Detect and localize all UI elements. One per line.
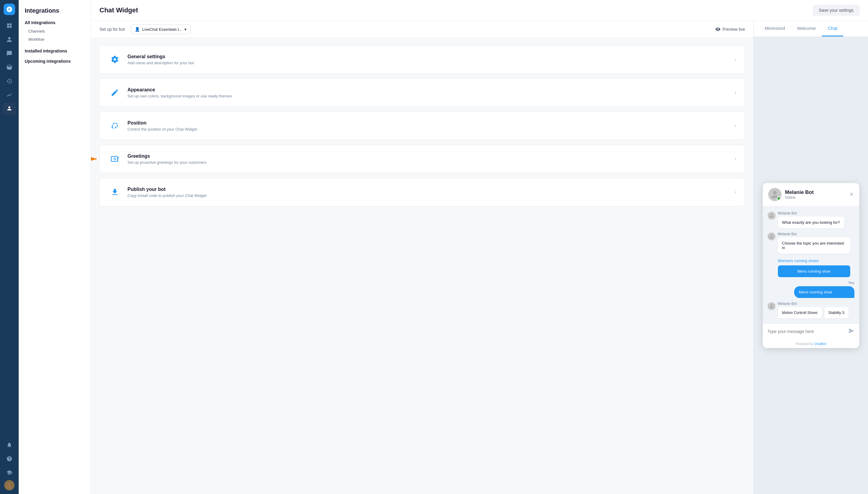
publish-chevron: › <box>735 189 736 195</box>
appearance-chevron: › <box>735 90 736 95</box>
chat-input-bar <box>763 323 859 340</box>
bot-message-1-row: Melanie Bot What exactly are you looking… <box>768 211 854 228</box>
setup-bar: Set up for bot 👤 LiveChat Essentials t..… <box>91 21 753 38</box>
sidebar: Integrations All Integrations Channels W… <box>19 0 91 494</box>
appearance-desc: Set up own colors, background images or … <box>127 94 232 98</box>
bot-message-1-content: Melanie Bot What exactly are you looking… <box>778 211 844 228</box>
bot-msg-sender-2: Melanie Bot <box>778 232 850 236</box>
bot-name: LiveChat Essentials t... <box>142 27 182 32</box>
preview-label: Preview live <box>723 27 745 32</box>
appearance-info: Appearance Set up own colors, background… <box>127 87 232 98</box>
preview-live-button[interactable]: Preview live <box>715 26 745 32</box>
bot-msg-sender-1: Melanie Bot <box>778 211 844 215</box>
greetings-title: Greetings <box>127 153 206 159</box>
nav-help-icon[interactable] <box>3 452 16 465</box>
nav-database-icon[interactable] <box>3 61 16 74</box>
position-desc: Control the position of your Chat Widget <box>127 127 197 132</box>
position-title: Position <box>127 120 197 126</box>
position-card[interactable]: Position Control the position of your Ch… <box>99 112 745 140</box>
general-settings-desc: Add name and description for your bot <box>127 61 194 65</box>
publish-card-left: Publish your bot Copy install code to pu… <box>108 186 206 199</box>
bot-display-name: Melanie Bot <box>785 189 814 195</box>
general-settings-card[interactable]: General settings Add name and descriptio… <box>99 45 745 74</box>
option-womens-shoes[interactable]: Womens running shoes <box>778 256 850 265</box>
greetings-card[interactable]: Greetings Set up proactive greetings for… <box>99 145 745 173</box>
chat-close-button[interactable]: ✕ <box>849 191 854 198</box>
greetings-wrapper: Greetings Set up proactive greetings for… <box>99 145 745 173</box>
sidebar-item-channels[interactable]: Channels <box>25 27 85 35</box>
send-button[interactable] <box>848 328 854 335</box>
bot-msg-avatar-3 <box>768 302 775 310</box>
nav-dashboard-icon[interactable] <box>3 19 16 32</box>
bot-options: Womens running shoes Mens running shoe <box>778 256 850 277</box>
publish-card[interactable]: Publish your bot Copy install code to pu… <box>99 178 745 206</box>
bot-selector[interactable]: 👤 LiveChat Essentials t... ▾ <box>131 24 191 34</box>
tab-chat[interactable]: Chat <box>822 21 844 37</box>
nav-integrations-icon[interactable] <box>3 102 16 115</box>
sidebar-all-integrations-label[interactable]: All Integrations <box>25 20 85 25</box>
sidebar-upcoming-section: Upcoming integrations <box>25 59 85 64</box>
dropdown-icon: ▾ <box>184 27 186 32</box>
sidebar-title: Integrations <box>25 7 85 14</box>
chat-preview-area: Melanie Bot Online ✕ <box>754 37 868 494</box>
sidebar-installed-label[interactable]: Installed integrations <box>25 49 85 53</box>
content-area: Set up for bot 👤 LiveChat Essentials t..… <box>91 21 868 494</box>
greetings-chevron: › <box>735 156 736 162</box>
nav-education-icon[interactable] <box>3 466 16 479</box>
chat-body: Melanie Bot What exactly are you looking… <box>763 206 859 323</box>
sidebar-upcoming-label[interactable]: Upcoming integrations <box>25 59 85 64</box>
greetings-info: Greetings Set up proactive greetings for… <box>127 153 206 165</box>
tab-welcome[interactable]: Welcome <box>791 21 822 37</box>
position-info: Position Control the position of your Ch… <box>127 120 197 132</box>
bot-message-2-row: Melanie Bot Choose the topic you are int… <box>768 232 854 277</box>
greetings-desc: Set up proactive greetings for your cust… <box>127 160 206 165</box>
nav-analytics-icon[interactable] <box>3 89 16 101</box>
publish-info: Publish your bot Copy install code to pu… <box>127 187 206 198</box>
chat-widget: Melanie Bot Online ✕ <box>763 183 859 348</box>
position-card-left: Position Control the position of your Ch… <box>108 119 197 132</box>
nav-chat-icon[interactable] <box>3 47 16 60</box>
publish-icon <box>108 186 121 199</box>
main-content: Chat Widget Save your settings Set up fo… <box>91 0 868 494</box>
general-settings-title: General settings <box>127 54 194 59</box>
greetings-card-left: Greetings Set up proactive greetings for… <box>108 152 206 166</box>
appearance-card[interactable]: Appearance Set up own colors, background… <box>99 78 745 107</box>
app-logo[interactable] <box>4 4 15 15</box>
sidebar-item-workflow[interactable]: Workflow <box>25 36 85 43</box>
position-chevron: › <box>735 123 736 129</box>
nav-bottom-section <box>3 438 16 490</box>
sidebar-installed-section: Installed integrations <box>25 49 85 53</box>
nav-contacts-icon[interactable] <box>3 33 16 46</box>
general-settings-info: General settings Add name and descriptio… <box>127 54 194 65</box>
position-icon <box>108 119 121 132</box>
general-settings-chevron: › <box>735 57 736 62</box>
you-label: You <box>768 281 854 285</box>
bot-response-row: Melanie Bot Motion Controll Shoes Stabil… <box>768 302 854 319</box>
appearance-icon <box>108 86 121 99</box>
appearance-title: Appearance <box>127 87 232 93</box>
svg-point-0 <box>9 107 10 108</box>
tab-minimized[interactable]: Minimized <box>758 21 791 37</box>
chat-input-field[interactable] <box>768 329 845 334</box>
user-message-container: You Mens running shoe <box>768 281 854 298</box>
card-motion-control[interactable]: Motion Controll Shoes <box>778 307 822 319</box>
header: Chat Widget Save your settings <box>91 0 868 21</box>
settings-panel: Set up for bot 👤 LiveChat Essentials t..… <box>91 21 753 494</box>
option-mens-shoes[interactable]: Mens running shoe <box>778 265 850 277</box>
card-stability[interactable]: Stability S <box>824 307 849 319</box>
chatbot-brand[interactable]: ChatBot <box>814 342 826 346</box>
nav-notifications-icon[interactable] <box>3 438 16 451</box>
page-title: Chat Widget <box>99 6 138 14</box>
bot-avatar <box>768 188 782 201</box>
nav-history-icon[interactable] <box>3 75 16 88</box>
user-avatar[interactable] <box>4 480 15 490</box>
save-settings-button[interactable]: Save your settings <box>813 5 860 16</box>
card-options: Motion Controll Shoes Stability S <box>778 307 849 319</box>
bot-msg-sender-3: Melanie Bot <box>778 302 849 306</box>
bot-msg-avatar-1 <box>768 212 775 220</box>
general-settings-icon <box>108 53 121 66</box>
publish-desc: Copy install code to publish your Chat W… <box>127 193 206 198</box>
general-card-left: General settings Add name and descriptio… <box>108 53 194 66</box>
bot-message-2-content: Melanie Bot Choose the topic you are int… <box>778 232 850 277</box>
settings-cards-container: General settings Add name and descriptio… <box>99 45 745 206</box>
